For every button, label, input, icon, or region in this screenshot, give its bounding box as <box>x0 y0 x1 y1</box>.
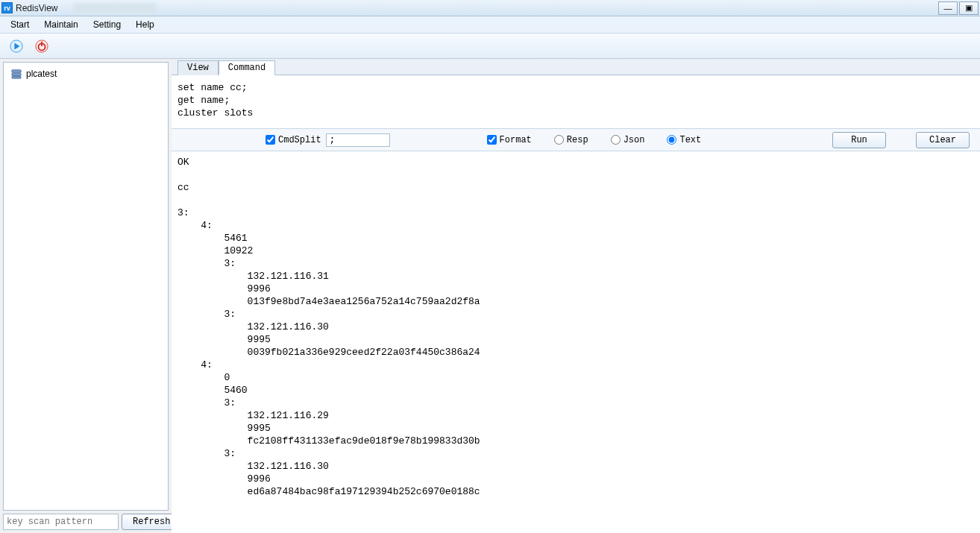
radio-text-input[interactable] <box>667 135 676 145</box>
titlebar: rv RedisView — ▣ <box>0 0 980 16</box>
toolbar <box>0 34 980 59</box>
clear-button[interactable]: Clear <box>916 132 970 148</box>
titlebar-blur-area <box>74 3 156 13</box>
key-pattern-input[interactable] <box>3 514 119 530</box>
radio-text-label: Text <box>679 135 701 145</box>
power-button[interactable] <box>33 37 51 55</box>
maximize-button[interactable]: ▣ <box>959 1 979 15</box>
app-title: RedisView <box>16 3 57 13</box>
tab-view[interactable]: View <box>178 60 219 75</box>
options-row: CmdSplit Format Resp Json <box>172 129 980 151</box>
play-icon <box>10 40 23 53</box>
menu-start[interactable]: Start <box>3 17 37 32</box>
tree-item-plcatest[interactable]: plcatest <box>7 67 165 81</box>
play-button[interactable] <box>7 37 25 55</box>
menu-help[interactable]: Help <box>128 17 162 32</box>
radio-resp-input[interactable] <box>554 135 564 145</box>
run-button[interactable]: Run <box>832 132 886 148</box>
svg-rect-7 <box>12 77 21 79</box>
tab-command[interactable]: Command <box>219 60 275 75</box>
svg-rect-5 <box>12 70 21 73</box>
menu-setting[interactable]: Setting <box>86 17 128 32</box>
radio-resp[interactable]: Resp <box>554 135 588 145</box>
content-area: View Command set name cc; get name; clus… <box>172 59 980 533</box>
output-area[interactable]: OK cc 3: 4: 5461 10922 3: 132.121.116.31… <box>172 151 980 533</box>
format-option[interactable]: Format <box>487 135 532 145</box>
radio-resp-label: Resp <box>567 135 588 145</box>
format-checkbox[interactable] <box>487 135 497 145</box>
sidebar: plcatest Refresh <box>0 59 172 533</box>
database-icon <box>11 69 22 79</box>
menu-maintain[interactable]: Maintain <box>37 17 85 32</box>
cmdsplit-label: CmdSplit <box>278 135 321 145</box>
radio-text[interactable]: Text <box>667 135 701 145</box>
svg-rect-6 <box>12 73 21 76</box>
minimize-button[interactable]: — <box>938 1 958 15</box>
command-input[interactable]: set name cc; get name; cluster slots <box>172 75 980 129</box>
menubar: Start Maintain Setting Help <box>0 16 980 34</box>
app-icon: rv <box>1 2 13 13</box>
cmdsplit-option[interactable]: CmdSplit <box>266 135 321 145</box>
radio-json-label: Json <box>624 135 645 145</box>
cmdsplit-checkbox[interactable] <box>266 135 275 145</box>
power-icon <box>35 40 48 53</box>
main-area: plcatest Refresh View Command set name c… <box>0 59 980 533</box>
radio-json-input[interactable] <box>611 135 621 145</box>
connection-tree[interactable]: plcatest <box>3 62 169 511</box>
svg-rect-4 <box>41 41 43 45</box>
tabs-row: View Command <box>172 59 980 75</box>
cmdsplit-separator-input[interactable] <box>326 133 390 147</box>
tree-item-label: plcatest <box>26 69 57 79</box>
sidebar-bottom: Refresh <box>3 514 169 530</box>
radio-json[interactable]: Json <box>611 135 645 145</box>
format-label: Format <box>500 135 532 145</box>
